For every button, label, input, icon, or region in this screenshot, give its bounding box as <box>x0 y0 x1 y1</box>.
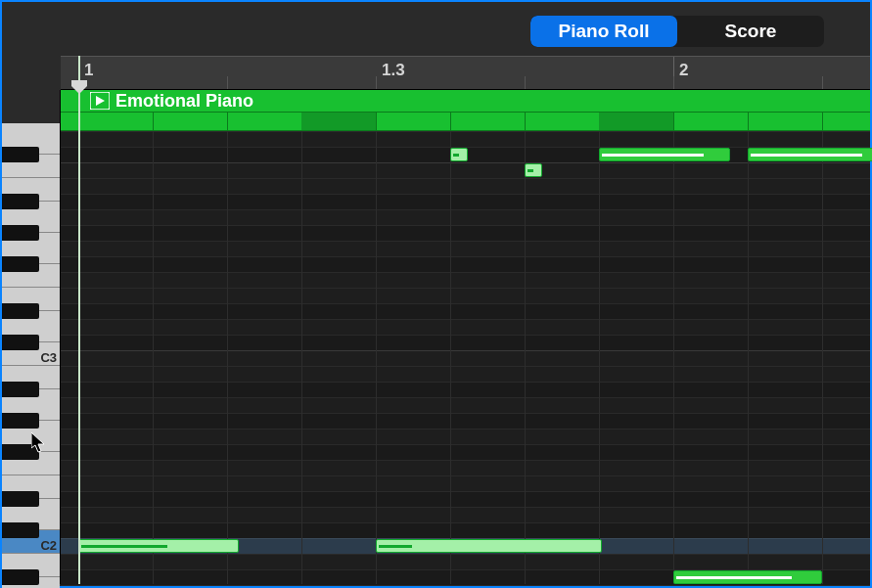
black-key[interactable] <box>2 444 39 460</box>
black-key[interactable] <box>2 225 39 241</box>
region-play-icon <box>90 92 110 110</box>
region-tick <box>822 113 823 130</box>
region-shade <box>599 113 673 130</box>
ruler-label: 2 <box>679 61 688 80</box>
midi-note[interactable] <box>599 148 730 161</box>
region-tick <box>227 113 228 130</box>
ruler-label: 1 <box>84 61 93 80</box>
region-tick <box>748 113 749 130</box>
region-tick <box>153 113 154 130</box>
grid-beat-line <box>673 131 674 584</box>
black-key[interactable] <box>2 335 39 350</box>
note-velocity-bar <box>676 576 792 579</box>
black-key[interactable] <box>2 147 39 162</box>
note-velocity-bar <box>453 154 459 157</box>
region-tick <box>376 113 377 130</box>
note-velocity-bar <box>528 169 533 172</box>
black-key[interactable] <box>2 569 39 585</box>
ruler-beat-line <box>525 76 526 89</box>
grid-beat-line <box>376 131 377 584</box>
region-name: Emotional Piano <box>115 90 253 112</box>
midi-note[interactable] <box>525 163 542 177</box>
tab-piano-roll[interactable]: Piano Roll <box>530 16 677 47</box>
midi-note[interactable] <box>376 539 602 553</box>
grid-beat-line <box>525 131 526 584</box>
editor-topbar: Piano Roll Score <box>2 2 870 56</box>
ruler-beat-line <box>227 76 228 89</box>
piano-keyboard[interactable]: C3C2 <box>2 90 61 584</box>
ruler-label: 1.3 <box>382 61 405 80</box>
svg-marker-1 <box>96 96 105 106</box>
black-key[interactable] <box>2 491 39 507</box>
grid-beat-line <box>301 131 302 584</box>
note-velocity-bar <box>751 154 862 157</box>
region-tick <box>673 113 674 130</box>
ruler-beat-line <box>376 76 377 89</box>
grid-beat-line <box>599 131 600 584</box>
ruler-beat-line <box>78 76 79 89</box>
black-key[interactable] <box>2 256 39 272</box>
note-velocity-bar <box>602 154 704 157</box>
region-tick <box>450 113 451 130</box>
ruler-beat-line <box>673 76 674 89</box>
midi-note[interactable] <box>78 539 239 553</box>
region-shade <box>301 113 376 130</box>
ruler-beat-line <box>822 76 823 89</box>
grid-beat-line <box>153 131 154 584</box>
note-grid[interactable] <box>61 131 870 584</box>
black-key[interactable] <box>2 382 39 397</box>
note-velocity-bar <box>379 545 412 548</box>
midi-note[interactable] <box>748 148 872 161</box>
black-key[interactable] <box>2 194 39 209</box>
region-tick <box>78 113 79 130</box>
grid-beat-line <box>227 131 228 584</box>
black-key[interactable] <box>2 413 39 429</box>
grid-beat-line <box>450 131 451 584</box>
region-tick <box>525 113 526 130</box>
timeline-ruler[interactable]: 11.32 <box>61 56 870 90</box>
tab-score[interactable]: Score <box>677 16 824 47</box>
grid-hline <box>61 585 870 586</box>
grid-beat-line <box>822 131 823 584</box>
region-header[interactable]: Emotional Piano <box>61 90 870 131</box>
black-key[interactable] <box>2 303 39 319</box>
grid-beat-line <box>748 131 749 584</box>
midi-note[interactable] <box>673 570 822 584</box>
midi-note[interactable] <box>450 148 468 161</box>
view-toggle: Piano Roll Score <box>530 16 824 47</box>
grid-beat-line <box>78 131 79 584</box>
black-key[interactable] <box>2 522 39 538</box>
note-velocity-bar <box>81 545 167 548</box>
